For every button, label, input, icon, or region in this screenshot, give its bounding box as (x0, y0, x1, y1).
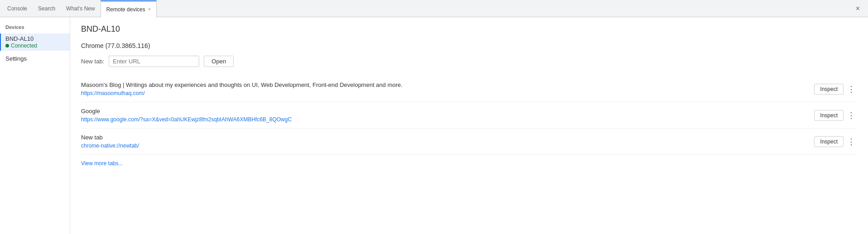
table-row: New tab chrome-native://newtab/ Inspect … (81, 129, 857, 155)
tab-entry-info-2: New tab chrome-native://newtab/ (81, 134, 814, 149)
open-button[interactable]: Open (204, 56, 234, 67)
more-icon-2[interactable]: ⋮ (845, 137, 857, 147)
inspect-button-1[interactable]: Inspect (814, 110, 844, 121)
main-layout: Devices BND-AL10 Connected Settings BND-… (0, 17, 868, 234)
tab-entry-info-1: Google https://www.google.com/?sa=X&ved=… (81, 108, 814, 123)
status-dot-icon (5, 44, 9, 48)
chrome-version: Chrome (77.0.3865.116) (81, 42, 857, 49)
new-tab-label: New tab: (81, 58, 104, 65)
tab-whats-new[interactable]: What's New (61, 0, 101, 17)
device-title: BND-AL10 (81, 24, 857, 34)
sidebar-device-item[interactable]: BND-AL10 Connected (0, 33, 70, 51)
tab-bar-right: × (853, 3, 866, 14)
sidebar-settings-item[interactable]: Settings (0, 51, 70, 64)
table-row: Masoom's Blog | Writings about my experi… (81, 76, 857, 102)
close-tab-icon[interactable]: × (148, 7, 151, 12)
new-tab-row: New tab: Open (81, 56, 857, 67)
tab-entry-title-0: Masoom's Blog | Writings about my experi… (81, 81, 814, 88)
more-icon-1[interactable]: ⋮ (845, 110, 857, 120)
view-more-tabs-link[interactable]: View more tabs... (81, 160, 123, 167)
content-area: BND-AL10 Chrome (77.0.3865.116) New tab:… (70, 17, 868, 234)
inspect-button-2[interactable]: Inspect (814, 136, 844, 147)
inspect-button-0[interactable]: Inspect (814, 84, 844, 95)
tab-search[interactable]: Search (33, 0, 61, 17)
tab-entry-url-2[interactable]: chrome-native://newtab/ (81, 143, 139, 149)
tab-entry-actions-0: Inspect ⋮ (814, 84, 857, 95)
tab-console[interactable]: Console (2, 0, 33, 17)
close-panel-button[interactable]: × (853, 3, 863, 14)
tab-bar: Console Search What's New Remote devices… (0, 0, 868, 17)
sidebar-device-status: Connected (5, 43, 64, 49)
tab-remote-devices[interactable]: Remote devices × (101, 0, 157, 18)
tab-entry-url-0[interactable]: https://masoomulhaq.com/ (81, 90, 145, 96)
tab-entry-title-2: New tab (81, 134, 814, 141)
tab-entry-title-1: Google (81, 108, 814, 115)
table-row: Google https://www.google.com/?sa=X&ved=… (81, 102, 857, 129)
sidebar: Devices BND-AL10 Connected Settings (0, 17, 70, 234)
more-icon-0[interactable]: ⋮ (845, 84, 857, 94)
tab-entry-url-1[interactable]: https://www.google.com/?sa=X&ved=0ahUKEw… (81, 116, 292, 123)
sidebar-device-name: BND-AL10 (5, 35, 64, 42)
tab-entry-actions-1: Inspect ⋮ (814, 110, 857, 121)
tab-entries-list: Masoom's Blog | Writings about my experi… (81, 76, 857, 155)
new-tab-url-input[interactable] (109, 56, 199, 67)
tab-entry-info-0: Masoom's Blog | Writings about my experi… (81, 81, 814, 96)
devices-section-title: Devices (0, 23, 70, 33)
tab-entry-actions-2: Inspect ⋮ (814, 136, 857, 147)
